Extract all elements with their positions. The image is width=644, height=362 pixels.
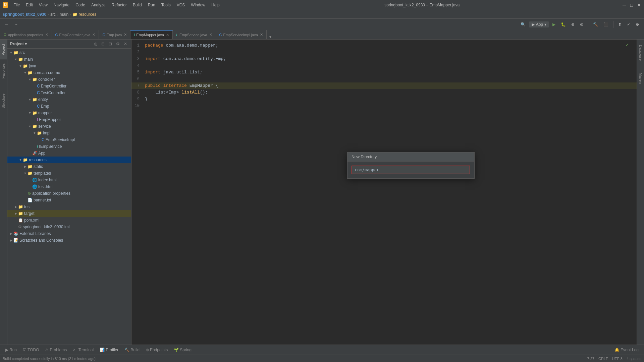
settings-button[interactable]: ⚙ xyxy=(634,21,641,28)
status-position[interactable]: 7:27 xyxy=(587,357,594,361)
tree-item-index-html[interactable]: 🌐 index.html xyxy=(7,177,131,183)
run-coverage-button[interactable]: ⊕ xyxy=(569,21,577,28)
tree-item-service[interactable]: ▼ 📁 service xyxy=(7,123,131,130)
panel-expand-button[interactable]: ⊞ xyxy=(100,41,106,47)
tree-item-application-properties[interactable]: ⚙ application.properties xyxy=(7,190,131,197)
menu-tools[interactable]: Tools xyxy=(159,2,173,8)
breadcrumb-resources[interactable]: 📁 resources xyxy=(72,12,96,17)
bottom-tab-problems[interactable]: ⚠ Problems xyxy=(42,347,69,353)
tree-item-static[interactable]: ▶ 📁 static xyxy=(7,163,131,170)
bottom-tab-profiler[interactable]: 📊 Profiler xyxy=(97,347,121,353)
debug-button[interactable]: 🐛 xyxy=(559,21,568,28)
side-tab-database[interactable]: Database xyxy=(637,40,644,66)
bottom-tab-run[interactable]: ▶ Run xyxy=(3,347,19,353)
tree-item-iemp-service[interactable]: I IEmpService xyxy=(7,143,131,150)
bottom-tab-event-log[interactable]: 🔔 Event Log xyxy=(612,347,641,353)
bottom-tab-build[interactable]: 🔨 Build xyxy=(122,347,142,353)
run-button[interactable]: ▶ xyxy=(550,21,557,28)
minimize-button[interactable]: ─ xyxy=(622,3,627,7)
status-indent[interactable]: 4 spaces xyxy=(627,357,641,361)
profiler-button[interactable]: ⊙ xyxy=(578,21,585,28)
side-tab-maven[interactable]: Maven xyxy=(637,69,644,88)
navigate-back-button[interactable]: ← xyxy=(3,21,11,28)
tree-item-entity[interactable]: ▼ 📁 entity xyxy=(7,96,131,103)
bottom-tab-endpoints[interactable]: ⊕ Endpoints xyxy=(143,347,170,353)
close-button[interactable]: ✕ xyxy=(637,3,641,7)
status-encoding[interactable]: UTF-8 xyxy=(612,357,623,361)
code-editor[interactable]: 1 package com.aaa.demo.mapper; 2 3 impor… xyxy=(131,40,637,345)
tree-item-test[interactable]: ▶ 📁 test xyxy=(7,203,131,210)
tab-close-emp-mapper[interactable]: ✕ xyxy=(166,33,169,37)
tree-item-banner-txt[interactable]: 📄 banner.txt xyxy=(7,197,131,203)
menu-code[interactable]: Code xyxy=(73,2,88,8)
tree-item-app[interactable]: 🚀 App xyxy=(7,150,131,157)
tree-item-src[interactable]: ▼ 📁 src xyxy=(7,49,131,56)
tree-item-mapper[interactable]: ▼ 📁 mapper xyxy=(7,110,131,116)
tab-close-application-properties[interactable]: ✕ xyxy=(45,33,48,37)
tree-item-templates[interactable]: ▼ 📁 templates xyxy=(7,170,131,177)
tab-iemp-service[interactable]: I IEmpService.java ✕ xyxy=(173,30,216,39)
tree-item-test-controller[interactable]: C TestController xyxy=(7,89,131,96)
tree-item-springboot-iml[interactable]: ⚙ springboot_ktlx2_0930.iml xyxy=(7,224,131,230)
panel-collapse-button[interactable]: ⊟ xyxy=(107,41,113,47)
tree-item-scratches[interactable]: ▶ 📝 Scratches and Consoles xyxy=(7,237,131,244)
tab-emp-service-impl[interactable]: C EmpServiceImpl.java ✕ xyxy=(216,30,267,39)
menu-file[interactable]: File xyxy=(11,2,22,8)
tree-item-emp-controller[interactable]: C EmpController xyxy=(7,83,131,89)
bottom-tab-terminal[interactable]: >_ Terminal xyxy=(70,347,96,353)
menu-refactor[interactable]: Refactor xyxy=(109,2,129,8)
bottom-tab-spring[interactable]: 🌱 Spring xyxy=(171,347,194,353)
menu-edit[interactable]: Edit xyxy=(23,2,36,8)
tree-item-emp-service-impl[interactable]: C EmpServiceImpl xyxy=(7,136,131,143)
tree-item-test-html[interactable]: 🌐 test.html xyxy=(7,183,131,190)
side-tab-structure[interactable]: Structure xyxy=(0,83,7,119)
tab-close-emp-controller[interactable]: ✕ xyxy=(92,33,95,37)
maximize-button[interactable]: □ xyxy=(629,3,634,7)
panel-settings-button[interactable]: ⚙ xyxy=(115,41,121,47)
menu-window[interactable]: Window xyxy=(188,2,208,8)
tab-emp-controller[interactable]: C EmpController.java ✕ xyxy=(52,30,99,39)
tree-item-controller[interactable]: ▼ 📁 controller xyxy=(7,76,131,83)
menu-view[interactable]: View xyxy=(36,2,50,8)
stop-button[interactable]: ⬛ xyxy=(601,21,610,28)
status-line-ending[interactable]: CRLF xyxy=(598,357,608,361)
menu-analyze[interactable]: Analyze xyxy=(89,2,108,8)
tab-application-properties[interactable]: ⚙ application.properties ✕ xyxy=(0,30,52,39)
menu-vcs[interactable]: VCS xyxy=(174,2,188,8)
tab-emp[interactable]: C Emp.java ✕ xyxy=(99,30,130,39)
tab-emp-mapper[interactable]: I EmpMapper.java ✕ xyxy=(130,30,173,39)
menu-build[interactable]: Build xyxy=(130,2,145,8)
side-tab-project[interactable]: Project xyxy=(0,40,7,59)
tab-close-emp[interactable]: ✕ xyxy=(124,33,127,37)
git-update-button[interactable]: ⬆ xyxy=(616,21,624,28)
panel-close-button[interactable]: ✕ xyxy=(122,41,128,47)
menu-run[interactable]: Run xyxy=(145,2,158,8)
new-directory-input[interactable] xyxy=(352,166,470,174)
tree-item-java[interactable]: ▼ 📁 java xyxy=(7,63,131,69)
tab-overflow-button[interactable]: ▾ xyxy=(267,35,274,39)
menu-help[interactable]: Help xyxy=(209,2,222,8)
breadcrumb-src[interactable]: src xyxy=(50,12,56,17)
run-config-selector[interactable]: ▶ App ▾ xyxy=(529,21,549,27)
tree-item-target[interactable]: ▶ 📁 target xyxy=(7,210,131,217)
panel-locate-button[interactable]: ◎ xyxy=(93,41,99,47)
tree-item-emp[interactable]: C Emp xyxy=(7,103,131,110)
tab-close-iemp-service[interactable]: ✕ xyxy=(209,33,212,37)
tree-item-emp-mapper[interactable]: I EmpMapper xyxy=(7,116,131,123)
tree-item-impl[interactable]: ▼ 📁 impl xyxy=(7,130,131,136)
search-everywhere-button[interactable]: 🔍 xyxy=(519,21,528,28)
bottom-tab-todo[interactable]: ☑ TODO xyxy=(20,347,42,353)
breadcrumb-project[interactable]: springboot_ktlx2_0930 xyxy=(3,12,46,17)
tree-item-com-aaa-demo[interactable]: ▼ 📁 com.aaa.demo xyxy=(7,69,131,76)
build-button[interactable]: 🔨 xyxy=(591,21,600,28)
git-commit-button[interactable]: ✓ xyxy=(625,21,632,28)
breadcrumb-main[interactable]: main xyxy=(60,12,68,17)
menu-navigate[interactable]: Navigate xyxy=(51,2,72,8)
tree-item-resources[interactable]: ▼ 📁 resources xyxy=(7,157,131,163)
tree-item-external-libraries[interactable]: ▶ 📚 External Libraries xyxy=(7,230,131,237)
tree-item-main[interactable]: ▼ 📁 main xyxy=(7,56,131,63)
navigate-forward-button[interactable]: → xyxy=(12,21,20,28)
tree-item-pom-xml[interactable]: 📋 pom.xml xyxy=(7,217,131,224)
tab-close-emp-service-impl[interactable]: ✕ xyxy=(260,33,263,37)
side-tab-favorites[interactable]: Favorites xyxy=(0,59,7,82)
